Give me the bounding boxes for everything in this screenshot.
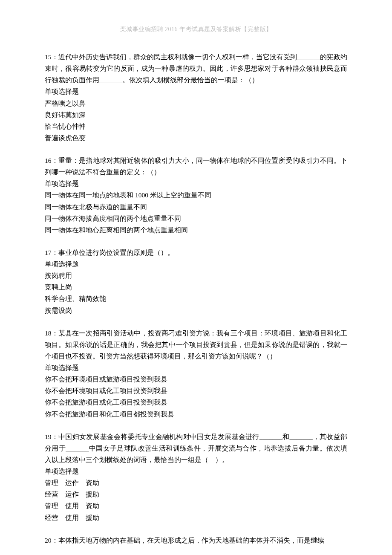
question-option: 同一物体在北极与赤道的重量不同	[45, 201, 347, 213]
question-stem: 17：事业单位进行岗位设置的原则是（）。	[45, 247, 347, 258]
question-type: 单项选择题	[45, 258, 347, 270]
question-option: 你不会把环境项目或旅游项目投资到我县	[45, 373, 347, 385]
question-option: 按需设岗	[45, 305, 347, 316]
question-option: 竞聘上岗	[45, 281, 347, 293]
question-option: 同一物体在同一地点的地表和 1000 米以上空的重量不同	[45, 189, 347, 201]
question-type: 单项选择题	[45, 362, 347, 373]
question-option: 同一物体在和地心距离相同的两个地点重量相同	[45, 224, 347, 236]
question-option: 良好讳莫如深	[45, 109, 347, 121]
question-option: 经营 运作 援助	[45, 489, 347, 500]
question-option: 同一物体在海拔高度相同的两个地点重量不同	[45, 213, 347, 224]
question-option: 你不会把环境项目或化工项目投资到我县	[45, 385, 347, 396]
question-type: 单项选择题	[45, 465, 347, 477]
question-block: 16：重量：是指地球对其附近物体的吸引力大小，同一物体在地球的不同位置所受的吸引…	[45, 155, 347, 236]
question-option: 恰当忧心忡忡	[45, 121, 347, 132]
question-type: 单项选择题	[45, 86, 347, 97]
questions-container: 15：近代中外历史告诉我们，群众的民主权利就像一切个人权利一样，当它没有受到__…	[45, 51, 347, 546]
question-option: 你不会把旅游项目或化工项目投资到我县	[45, 396, 347, 408]
question-type: 单项选择题	[45, 178, 347, 189]
question-block: 20：本体指天地万物的内在基础，在天地形成之后，作为天地基础的本体并不消失，而是…	[45, 535, 347, 546]
question-block: 15：近代中外历史告诉我们，群众的民主权利就像一切个人权利一样，当它没有受到__…	[45, 51, 347, 144]
question-option: 经营 使用 援助	[45, 512, 347, 523]
question-block: 17：事业单位进行岗位设置的原则是（）。单项选择题按岗聘用竞聘上岗科学合理、精简…	[45, 247, 347, 316]
question-option: 管理 使用 资助	[45, 500, 347, 512]
question-option: 管理 运作 资助	[45, 477, 347, 489]
question-block: 18：某县在一次招商引资活动中，投资商刁难引资方说：我有三个项目：环境项目、旅游…	[45, 327, 347, 420]
page-header: 栾城事业编招聘 2016 年考试真题及答案解析【完整版】	[45, 26, 347, 33]
question-block: 19：中国妇女发展基金会将委托专业金融机构对中国女足发展基金进行_______和…	[45, 431, 347, 523]
question-option: 你不会把旅游项目和化工项目都投资到我县	[45, 408, 347, 420]
question-stem: 16：重量：是指地球对其附近物体的吸引力大小，同一物体在地球的不同位置所受的吸引…	[45, 155, 347, 178]
question-option: 普遍谈虎色变	[45, 132, 347, 144]
question-option: 科学合理、精简效能	[45, 293, 347, 304]
question-stem: 18：某县在一次招商引资活动中，投资商刁难引资方说：我有三个项目：环境项目、旅游…	[45, 327, 347, 362]
question-stem: 20：本体指天地万物的内在基础，在天地形成之后，作为天地基础的本体并不消失，而是…	[45, 535, 347, 546]
question-option: 严格嗤之以鼻	[45, 98, 347, 109]
document-page: 栾城事业编招聘 2016 年考试真题及答案解析【完整版】 15：近代中外历史告诉…	[0, 0, 392, 555]
question-stem: 19：中国妇女发展基金会将委托专业金融机构对中国女足发展基金进行_______和…	[45, 431, 347, 465]
question-option: 按岗聘用	[45, 270, 347, 281]
question-stem: 15：近代中外历史告诉我们，群众的民主权利就像一切个人权利一样，当它没有受到__…	[45, 51, 347, 86]
